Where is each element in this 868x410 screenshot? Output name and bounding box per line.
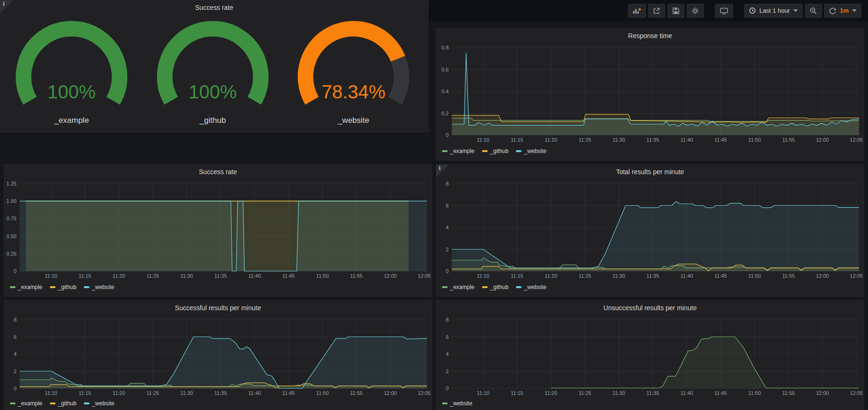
x-axis-tick: 11:20: [113, 273, 125, 279]
panel-title[interactable]: Successful results per minute: [4, 304, 432, 312]
panel-response-time: Response time 00.20.40.60.811:1011:1511:…: [436, 28, 864, 161]
legend-item-_github[interactable]: _github: [50, 400, 76, 407]
bar-chart-plus-icon: [633, 7, 641, 15]
save-button[interactable]: [667, 4, 684, 18]
legend-item-_example[interactable]: _example: [442, 284, 474, 290]
legend-swatch: [482, 150, 488, 152]
panel-title[interactable]: Success rate: [4, 168, 432, 176]
gear-icon: [691, 7, 699, 15]
chart-canvas-success-rate[interactable]: 00.250.500.751.001.2511:1011:1511:2011:2…: [4, 165, 432, 281]
legend: _example_github_website: [442, 148, 547, 154]
legend-item-_github[interactable]: _github: [482, 284, 508, 290]
panel-title[interactable]: Total results per minute: [436, 168, 864, 176]
legend-item-_example[interactable]: _example: [10, 400, 42, 407]
gauge-value: 78.34%: [321, 81, 386, 102]
legend-item-_website[interactable]: _website: [516, 284, 546, 290]
settings-button[interactable]: [687, 4, 704, 18]
x-axis-tick: 11:40: [248, 273, 261, 279]
x-axis-tick: 11:35: [646, 273, 659, 279]
panel-info-icon[interactable]: i: [0, 0, 13, 13]
legend-item-_website[interactable]: _website: [442, 400, 472, 407]
y-axis-tick: 1.00: [7, 198, 16, 204]
x-axis-tick: 11:45: [715, 273, 727, 279]
y-axis-tick: 8: [14, 317, 16, 322]
panel-title[interactable]: Response time: [436, 32, 864, 40]
y-axis-tick: 6: [446, 334, 449, 340]
add-panel-button[interactable]: [628, 4, 646, 18]
x-axis-tick: 11:10: [45, 390, 57, 396]
panel-title[interactable]: Unsuccessful results per minute: [436, 304, 864, 312]
y-axis-tick: 8: [446, 317, 449, 322]
tv-mode-button[interactable]: [715, 4, 733, 18]
panel-success-rate-gauges: i Success rate 100%_example100%_github78…: [0, 0, 428, 132]
y-axis-tick: 4: [446, 225, 449, 230]
x-axis-tick: 11:40: [248, 390, 261, 396]
x-axis-tick: 11:15: [511, 137, 523, 143]
chart-canvas-unsuccessful-results[interactable]: 0246811:1011:1511:2011:2511:3011:3511:40…: [436, 301, 864, 399]
panel-unsuccessful-results: Unsuccessful results per minute 0246811:…: [436, 300, 864, 410]
time-range-button[interactable]: Last 1 hour: [744, 4, 803, 18]
refresh-button[interactable]: 1m: [824, 4, 861, 18]
legend-item-_github[interactable]: _github: [50, 284, 76, 290]
x-axis-tick: 11:50: [748, 273, 761, 279]
legend-label: _website: [450, 400, 472, 407]
legend-item-_website[interactable]: _website: [84, 284, 114, 290]
x-axis-tick: 11:40: [680, 390, 693, 396]
x-axis-tick: 11:35: [214, 273, 227, 279]
x-axis-tick: 12:05: [850, 390, 863, 396]
x-axis-tick: 11:15: [79, 273, 91, 279]
chevron-down-icon: [793, 9, 798, 12]
x-axis-tick: 11:20: [545, 273, 557, 279]
legend-label: _example: [18, 284, 42, 290]
y-axis-tick: 1.25: [7, 181, 16, 186]
y-axis-tick: 0.25: [7, 251, 16, 257]
x-axis-tick: 11:50: [748, 390, 761, 396]
legend-label: _website: [92, 284, 114, 290]
panel-title[interactable]: Success rate: [0, 4, 428, 11]
series-_website-area: [551, 337, 859, 389]
y-axis-tick: 0: [446, 386, 449, 391]
legend-swatch: [10, 286, 16, 288]
chart-canvas-successful-results[interactable]: 0246811:1011:1511:2011:2511:3011:3511:40…: [4, 301, 432, 399]
y-axis-tick: 2: [446, 247, 449, 252]
legend-item-_github[interactable]: _github: [482, 148, 508, 154]
legend-item-_website[interactable]: _website: [84, 400, 114, 407]
time-range-label: Last 1 hour: [759, 7, 790, 14]
gauge-label: _github: [199, 116, 226, 125]
legend-item-_website[interactable]: _website: [516, 148, 546, 154]
x-axis-tick: 11:25: [579, 273, 591, 279]
y-axis-tick: 4: [14, 351, 16, 357]
legend-item-_example[interactable]: _example: [10, 284, 42, 290]
y-axis-tick: 6: [446, 203, 449, 209]
y-axis-tick: 0.4: [442, 88, 449, 94]
legend-swatch: [442, 150, 448, 152]
chart-canvas-response-time[interactable]: 00.20.40.60.811:1011:1511:2011:2511:3011…: [436, 29, 864, 145]
legend-label: _example: [450, 284, 474, 290]
x-axis-tick: 12:05: [850, 137, 863, 143]
legend-item-_example[interactable]: _example: [442, 148, 474, 154]
x-axis-tick: 11:30: [180, 390, 193, 396]
share-icon: [653, 7, 660, 15]
panel-total-results: i Total results per minute 0246811:1011:…: [436, 164, 864, 297]
x-axis-tick: 11:30: [612, 137, 625, 143]
legend-swatch: [482, 286, 488, 288]
series-_website-area: [20, 201, 427, 271]
x-axis-tick: 11:20: [113, 390, 125, 396]
chart-canvas-total-results[interactable]: 0246811:1011:1511:2011:2511:3011:3511:40…: [436, 165, 864, 281]
zoom-out-button[interactable]: [805, 4, 822, 18]
share-button[interactable]: [648, 4, 665, 18]
legend-label: _website: [92, 400, 114, 407]
x-axis-tick: 11:55: [350, 390, 363, 396]
legend-swatch: [442, 286, 448, 288]
x-axis-tick: 11:55: [782, 137, 795, 143]
legend-swatch: [442, 402, 448, 404]
legend-label: _github: [58, 400, 76, 407]
legend-label: _example: [450, 148, 474, 154]
x-axis-tick: 11:25: [146, 273, 159, 279]
x-axis-tick: 12:00: [816, 273, 829, 279]
monitor-icon: [720, 7, 728, 15]
refresh-interval-label: 1m: [840, 7, 849, 14]
x-axis-tick: 12:00: [816, 137, 829, 143]
panel-info-icon[interactable]: i: [436, 165, 449, 177]
legend-label: _github: [58, 284, 76, 290]
